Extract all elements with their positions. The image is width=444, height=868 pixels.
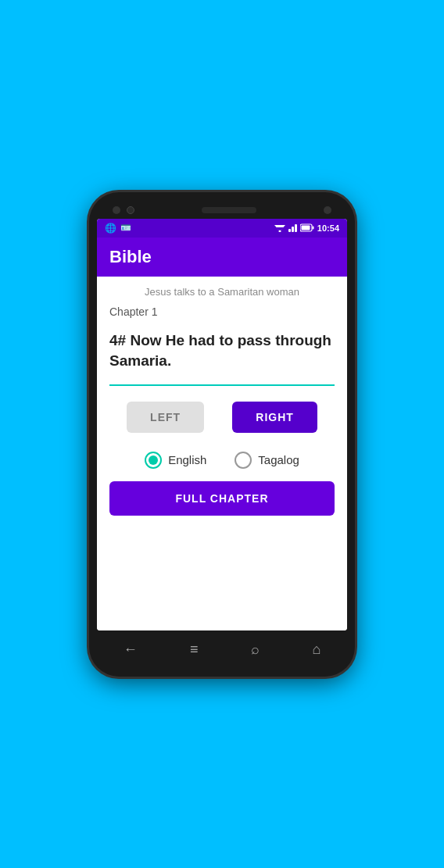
english-radio-circle[interactable] [145, 452, 162, 469]
passage-subtitle: Jesus talks to a Samaritan woman [97, 277, 347, 302]
search-icon[interactable]: ⌕ [242, 638, 269, 661]
tagalog-radio-circle[interactable] [235, 452, 252, 469]
phone-device: 🌐 🪪 [89, 192, 355, 677]
navigation-buttons: LEFT RIGHT [97, 398, 347, 445]
phone-dots-right [324, 206, 331, 214]
svg-rect-5 [301, 226, 310, 230]
wifi-icon [274, 223, 285, 232]
tagalog-option[interactable]: Tagalog [235, 452, 299, 469]
content-area: Jesus talks to a Samaritan woman Chapter… [97, 277, 347, 630]
divider [109, 384, 335, 386]
globe-icon: 🌐 [105, 223, 116, 234]
status-icons-right: 10:54 [274, 223, 339, 233]
back-icon[interactable]: ← [114, 638, 147, 661]
menu-icon[interactable]: ≡ [181, 638, 208, 661]
status-time: 10:54 [317, 223, 339, 233]
phone-dots [113, 206, 134, 214]
full-chapter-button[interactable]: FULL CHAPTER [109, 481, 335, 516]
language-selector: English Tagalog [97, 445, 347, 481]
right-button[interactable]: RIGHT [232, 402, 317, 433]
status-icons-left: 🌐 🪪 [105, 223, 131, 234]
left-button[interactable]: LEFT [127, 402, 204, 433]
phone-screen: 🌐 🪪 [97, 219, 347, 630]
verse-text: 4# Now He had to pass through Samaria. [97, 324, 347, 384]
english-label: English [168, 453, 206, 466]
card-icon: 🪪 [120, 223, 131, 233]
svg-rect-4 [312, 227, 313, 230]
chapter-label: Chapter 1 [97, 302, 347, 324]
phone-dot-right [324, 206, 331, 214]
phone-speaker [202, 207, 256, 213]
signal-bars-icon [288, 223, 297, 232]
phone-top-physical [97, 203, 347, 219]
phone-dot-left [113, 206, 120, 214]
app-bar: Bible [97, 238, 347, 277]
tagalog-label: Tagalog [258, 453, 299, 466]
home-icon[interactable]: ⌂ [303, 638, 330, 661]
battery-icon [300, 223, 314, 232]
english-radio-inner [149, 455, 158, 465]
app-title: Bible [109, 247, 152, 266]
english-option[interactable]: English [145, 452, 206, 469]
phone-camera [127, 206, 134, 214]
status-bar: 🌐 🪪 [97, 219, 347, 238]
bottom-navigation: ← ≡ ⌕ ⌂ [97, 630, 347, 666]
